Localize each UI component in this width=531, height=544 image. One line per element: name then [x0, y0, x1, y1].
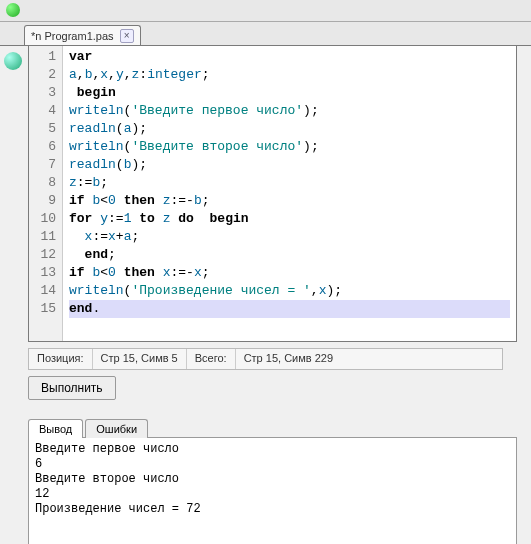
tab-output[interactable]: Вывод: [28, 419, 83, 438]
code-line[interactable]: writeln('Введите первое число');: [69, 102, 510, 120]
output-tabs: Вывод Ошибки: [28, 418, 517, 437]
code-line[interactable]: if b<0 then z:=-b;: [69, 192, 510, 210]
code-line[interactable]: end.: [69, 300, 510, 318]
code-line[interactable]: for y:=1 to z do begin: [69, 210, 510, 228]
sidebar-icon[interactable]: [4, 52, 22, 70]
total-value: Стр 15, Симв 229: [236, 349, 502, 369]
code-line[interactable]: readln(a);: [69, 120, 510, 138]
code-line[interactable]: readln(b);: [69, 156, 510, 174]
code-line[interactable]: end;: [69, 246, 510, 264]
code-editor[interactable]: 123456789101112131415 vara,b,x,y,z:integ…: [28, 46, 517, 342]
app-icon: [6, 3, 20, 17]
tab-errors[interactable]: Ошибки: [85, 419, 148, 438]
code-line[interactable]: writeln('Введите второе число');: [69, 138, 510, 156]
position-label: Позиция:: [29, 349, 93, 369]
file-tab[interactable]: *n Program1.pas ×: [24, 25, 141, 45]
code-line[interactable]: var: [69, 48, 510, 66]
code-line[interactable]: z:=b;: [69, 174, 510, 192]
file-tabs: *n Program1.pas ×: [0, 22, 531, 46]
toolbar: [0, 0, 531, 22]
output-panel[interactable]: Введите первое число 6 Введите второе чи…: [28, 437, 517, 544]
code-area[interactable]: vara,b,x,y,z:integer; beginwriteln('Введ…: [63, 46, 516, 341]
code-line[interactable]: begin: [69, 84, 510, 102]
execute-button[interactable]: Выполнить: [28, 376, 116, 400]
code-line[interactable]: if b<0 then x:=-x;: [69, 264, 510, 282]
line-number-gutter: 123456789101112131415: [29, 46, 63, 341]
close-icon[interactable]: ×: [120, 29, 134, 43]
code-line[interactable]: writeln('Произведение чисел = ',x);: [69, 282, 510, 300]
total-label: Всего:: [187, 349, 236, 369]
file-tab-label: *n Program1.pas: [31, 30, 114, 42]
status-bar: Позиция: Стр 15, Симв 5 Всего: Стр 15, С…: [28, 348, 503, 370]
code-line[interactable]: a,b,x,y,z:integer;: [69, 66, 510, 84]
code-line[interactable]: x:=x+a;: [69, 228, 510, 246]
position-value: Стр 15, Симв 5: [93, 349, 187, 369]
